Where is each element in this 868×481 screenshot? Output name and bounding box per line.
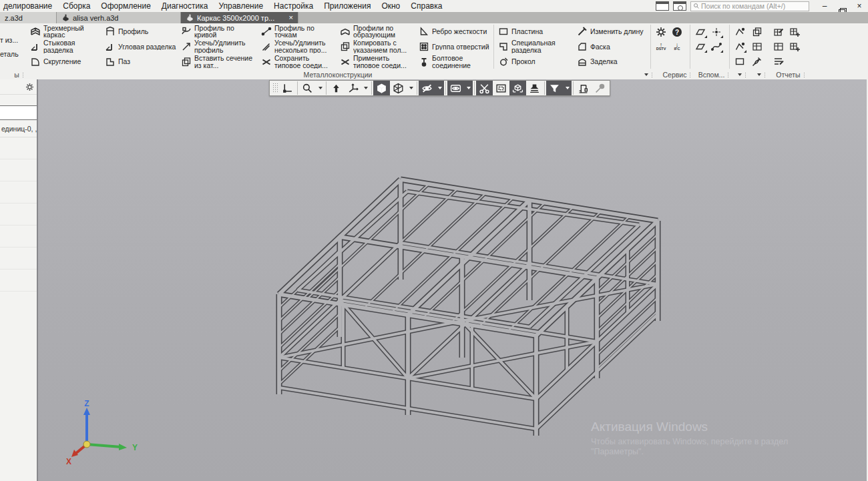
btn-copy-with-position[interactable]: Копировать с указанием пол... [338,39,417,54]
window-view-button[interactable] [493,81,509,95]
filter-menu-button[interactable] [563,81,572,95]
tab-document-1[interactable]: z.a3d [0,12,57,23]
zoom-button[interactable] [299,81,316,95]
group-grip[interactable] [651,72,653,78]
menu-layout[interactable]: Оформление [95,1,156,11]
report-list-button[interactable] [771,54,787,69]
btn-trim-multiple[interactable]: Усечь/Удлинить несколько про... [259,39,338,54]
menu-assembly[interactable]: Сборка [57,1,95,11]
filter-button[interactable] [546,81,563,95]
menu-settings[interactable]: Настройка [268,1,318,11]
new-window-icon[interactable] [656,1,669,11]
offset-plane-button[interactable] [692,39,708,54]
show-menu-button[interactable] [464,81,473,95]
help-button[interactable] [669,25,685,39]
tab-document-active[interactable]: Каркас 3500x2000 тр... × [181,12,298,23]
btn-apply-typical-joint[interactable]: Применить типовое соеди... [338,55,417,69]
display-menu-button[interactable] [407,81,415,95]
menu-help[interactable]: Справка [405,1,447,11]
tab-close-icon[interactable]: × [289,14,293,21]
btn-special-joint[interactable]: Специальная разделка [496,39,575,54]
window-settings-icon[interactable] [673,1,686,11]
btn-3d-frame[interactable]: Трехмерный каркас [28,24,103,39]
measure-button[interactable] [575,81,592,95]
hide-menu-button[interactable] [435,81,444,95]
btn-end-cap[interactable]: Заделка [575,55,648,69]
zoom-menu-button[interactable] [316,81,324,95]
btn-save-typical-joint[interactable]: Сохранить типовое соеди... [259,55,338,69]
3d-frame-model[interactable] [279,179,658,436]
btn-corner-joint[interactable]: Угловая разделка [103,39,179,54]
dropdown-arrow-icon[interactable] [757,73,761,76]
btn-butt-joint[interactable]: Стыковая разделка [28,39,103,54]
btn-trim-profile[interactable]: Усечь/Удлинить профиль [179,39,259,54]
btn-change-length[interactable]: Изменить длину [575,24,648,39]
local-csys-button[interactable] [279,81,296,95]
dstv-export-button[interactable]: ↑DSTV [653,39,669,54]
group-grip[interactable] [803,72,805,78]
group-grip[interactable] [764,72,766,78]
toolbar-move-grip[interactable] [272,83,278,93]
btn-fillet[interactable]: Скругление [28,55,103,69]
report-model-button[interactable] [771,39,787,54]
report-measure-button[interactable] [787,39,803,54]
menu-diagnostics[interactable]: Диагностика [156,1,214,11]
move-up-button[interactable] [328,81,345,95]
orientation-menu-button[interactable] [361,81,370,95]
partial-item-label[interactable]: еталь [0,50,28,58]
btn-profile-by-points[interactable]: Профиль по точкам [259,24,338,39]
orientation-button[interactable] [345,81,361,95]
btn-profile[interactable]: Профиль [103,24,179,39]
display-wireframe-button[interactable] [390,81,407,95]
minimize-button[interactable]: – [816,0,833,12]
group-grip[interactable] [744,72,746,78]
panel-row[interactable] [0,225,37,248]
tab-document-2[interactable]: alisa verh.a3d [57,12,181,23]
btn-insert-section[interactable]: Вставить сечение из кат... [179,55,259,69]
btn-plate[interactable]: Пластина [496,24,575,39]
components-button[interactable] [509,81,526,95]
collections-button[interactable] [749,25,765,39]
gear-icon[interactable] [25,83,34,91]
btn-bolt-joint[interactable]: Болтовое соединение [417,55,491,69]
group-grip[interactable] [689,72,691,78]
stamp-button[interactable] [526,81,543,95]
menu-window[interactable]: Окно [376,1,405,11]
btn-chamfer[interactable]: Фаска [575,39,648,54]
dropdown-arrow-icon[interactable] [738,73,742,76]
panel-row[interactable] [0,203,37,225]
panel-row[interactable] [0,181,37,203]
spline-button[interactable] [708,39,724,54]
settings-button[interactable] [653,25,669,39]
3d-model-scene[interactable]: Z Y X [38,79,867,481]
sketch-variant-button[interactable] [732,39,748,54]
eyedropper-button[interactable] [592,81,608,95]
report-edit-button[interactable] [771,25,787,39]
partial-item-label[interactable]: т из... [0,36,28,44]
report-copy-button[interactable] [787,25,803,39]
show-objects-button[interactable] [447,81,464,95]
dropdown-arrow-icon[interactable] [644,73,648,76]
btn-pierce[interactable]: Прокол [496,55,575,69]
panel-input-field[interactable] [0,105,37,120]
btn-profiles-by-guides[interactable]: Профили по образующим [338,24,417,39]
panel-row[interactable] [0,159,37,181]
btn-hole-group[interactable]: Группа отверстий [417,39,491,54]
plane-through-point-button[interactable] [692,25,708,39]
layout-grid-button[interactable] [749,39,765,54]
command-search-input[interactable] [700,1,807,11]
btn-slot[interactable]: Паз [103,55,179,69]
panel-row[interactable] [0,137,37,159]
panel-row[interactable] [0,270,37,292]
pin-note-button[interactable] [749,54,765,69]
sheet-button[interactable] [732,54,748,69]
ifc-export-button[interactable]: ↓IFC [669,39,685,54]
close-button[interactable]: × [851,0,868,12]
group-grip[interactable] [727,72,729,78]
hide-objects-button[interactable] [419,81,435,95]
3d-viewport[interactable]: Z Y X [38,79,867,481]
group-grip[interactable] [22,72,24,78]
point-button[interactable] [708,25,724,39]
menu-modeling[interactable]: делирование [0,1,57,11]
clip-button[interactable] [476,81,493,95]
